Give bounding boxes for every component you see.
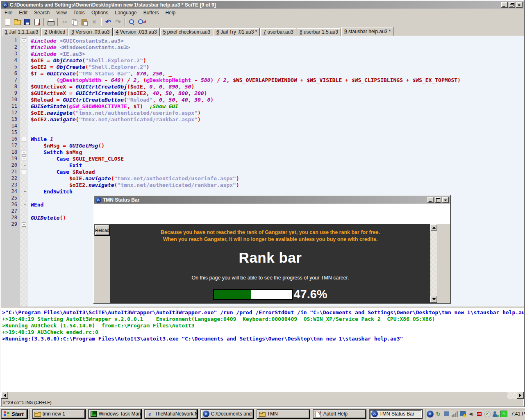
netwarn-tray-icon[interactable] — [459, 411, 466, 418]
output-line: +>19:40:19 Starting AutoIt3Wrapper v.2.0… — [2, 316, 523, 322]
recycle-tray-icon[interactable] — [435, 411, 442, 418]
code-line: 12$oIE.navigate("tmnx.net/authenticated/… — [1, 109, 524, 116]
code-line: 8$GUIActiveX = GUICtrlCreateObj($oIE, 0,… — [1, 83, 524, 90]
new-file-icon[interactable] — [2, 18, 12, 27]
fold-marker[interactable] — [20, 168, 28, 175]
fold-marker[interactable] — [20, 50, 28, 57]
tab-8-userbar-1.5.au3[interactable]: 8 userbar 1.5.au3 — [297, 28, 341, 36]
code-text: Exit — [28, 162, 82, 168]
toolbar-separator — [43, 18, 44, 26]
print-icon[interactable] — [46, 18, 56, 27]
rank-bar-heading: Rank bar — [239, 250, 302, 266]
fold-marker[interactable] — [20, 142, 28, 149]
fold-space — [20, 64, 28, 70]
menu-language[interactable]: Language — [111, 9, 140, 16]
taskbar-item-tmn-status-bar[interactable]: ATMN Status Bar — [369, 409, 423, 419]
caret-position: li=29 co=1 INS (CR+LF) — [3, 400, 52, 405]
close-button[interactable]: × — [442, 197, 449, 203]
tab-9-stausbar-help.au3-[interactable]: 9 stausbar help.au3 * — [341, 27, 393, 36]
clock: 7:41 PM — [511, 411, 525, 417]
fold-marker[interactable] — [20, 182, 28, 188]
maximize-button[interactable] — [435, 197, 441, 203]
taskbar-divider — [30, 409, 30, 419]
scroll-left-arrow[interactable] — [1, 392, 8, 399]
autoit-tray-icon[interactable]: A — [427, 411, 434, 418]
tab-4-version-.013.au3[interactable]: 4 Version .013.au3 — [113, 28, 160, 36]
fold-space — [20, 103, 28, 109]
menu-search[interactable]: Search — [31, 9, 53, 16]
signal-tray-icon[interactable] — [451, 411, 458, 418]
fold-space — [20, 70, 28, 77]
find-icon[interactable] — [127, 18, 137, 27]
menu-tools[interactable]: Tools — [70, 9, 88, 16]
taskmgr-icon — [91, 411, 97, 417]
restore-button[interactable] — [509, 2, 515, 8]
tmn-titlebar[interactable]: A TMN Status Bar × — [94, 196, 450, 204]
taskbar-item-windows-task-man-[interactable]: Windows Task Man... — [88, 409, 142, 419]
minimize-button[interactable] — [427, 197, 434, 203]
tab-1-jail-1.1.1.au3[interactable]: 1 Jail 1.1.1.au3 — [2, 28, 41, 36]
menu-options[interactable]: Options — [88, 9, 111, 16]
taskbar-item-tmn[interactable]: TMN — [257, 409, 310, 419]
tab-6-jail-try-.01.au3-[interactable]: 6 Jail Try .01.au3 * — [214, 28, 260, 36]
wifi-tray-icon[interactable] — [500, 411, 507, 418]
taskbar-item-c-documents-and-[interactable]: AC:\Documents and ... — [200, 409, 254, 419]
fold-marker[interactable] — [20, 195, 28, 201]
undo-icon[interactable] — [103, 18, 113, 27]
ati-tray-icon[interactable] — [476, 411, 483, 418]
fold-marker[interactable] — [20, 175, 28, 182]
menu-file[interactable]: File — [1, 9, 16, 16]
close-button[interactable]: × — [516, 2, 523, 8]
menu-edit[interactable]: Edit — [16, 9, 31, 16]
tab-7-userbar.au3[interactable]: 7 userbar.au3 — [260, 28, 296, 36]
line-number: 18 — [1, 149, 20, 155]
tab-5-pixel-checksum.au3[interactable]: 5 pixel checksum.au3 — [160, 28, 213, 36]
scroll-right-arrow[interactable] — [517, 392, 524, 399]
scroll-down-arrow[interactable] — [430, 296, 437, 303]
line-number: 28 — [1, 215, 20, 220]
scrollbar-thumb[interactable] — [8, 392, 507, 399]
scroll-up-arrow[interactable] — [430, 224, 437, 231]
vertical-scrollbar[interactable] — [430, 224, 437, 303]
tmn-status-bar-window[interactable]: A TMN Status Bar × Reload Because you ha… — [93, 195, 451, 304]
fold-marker[interactable] — [20, 37, 28, 44]
rank-progress-percent: 47.6% — [293, 288, 327, 301]
fold-marker[interactable] — [20, 188, 28, 195]
menu-view[interactable]: View — [53, 9, 70, 16]
minimize-button[interactable] — [501, 2, 508, 8]
reload-button[interactable]: Reload — [94, 224, 110, 236]
fold-marker[interactable] — [20, 221, 28, 227]
fold-marker[interactable] — [20, 136, 28, 142]
line-number: 10 — [1, 97, 20, 102]
taskbar-item-autoit-help[interactable]: AutoIt Help — [313, 409, 366, 419]
paste-icon[interactable] — [80, 18, 89, 27]
taskbar-item-tmn-new-1[interactable]: tmn new 1 — [32, 409, 86, 419]
start-button[interactable]: Start — [1, 409, 28, 419]
code-line: 11GUISetState(@SW_SHOWNOACTIVATE, $T) ;S… — [1, 103, 524, 109]
menu-help[interactable]: Help — [162, 9, 179, 16]
output-pane[interactable]: >"C:\Program Files\AutoIt3\SciTE\AutoIt3… — [1, 308, 524, 392]
fold-marker[interactable] — [20, 149, 28, 155]
tab-2-untitled[interactable]: 2 Untitled — [41, 28, 68, 36]
speaker-tray-icon[interactable] — [468, 411, 475, 418]
fold-marker[interactable] — [20, 162, 28, 168]
tab-3-version-.03.au3[interactable]: 3 Version .03.au3 — [68, 28, 112, 36]
code-line: 18 Switch $nMsg — [1, 149, 524, 155]
open-file-icon[interactable] — [12, 18, 22, 27]
line-number: 29 — [1, 221, 20, 227]
find-replace-icon[interactable] — [137, 18, 147, 27]
cert-tray-icon[interactable] — [484, 411, 491, 418]
menu-buffers[interactable]: Buffers — [140, 9, 162, 16]
close-file-icon[interactable] — [32, 18, 42, 27]
toolbar-separator — [125, 18, 125, 26]
fold-marker[interactable] — [20, 155, 28, 162]
bluesq-tray-icon[interactable] — [443, 411, 450, 418]
fold-marker[interactable] — [20, 201, 28, 208]
fold-marker[interactable] — [20, 44, 28, 50]
save-file-icon[interactable] — [22, 18, 32, 27]
fold-space — [20, 83, 28, 90]
autoit-icon: A — [2, 2, 8, 8]
horizontal-scrollbar[interactable] — [1, 392, 524, 399]
taskbar-item-themafianetwork-n-[interactable]: TheMafiaNetwork.N... — [144, 409, 198, 419]
user-tray-icon[interactable] — [492, 411, 499, 418]
